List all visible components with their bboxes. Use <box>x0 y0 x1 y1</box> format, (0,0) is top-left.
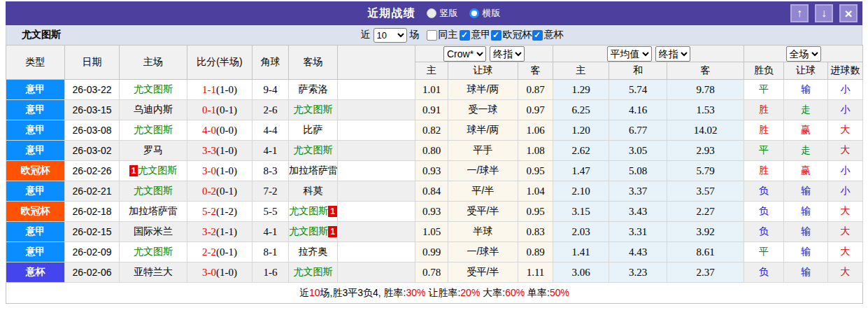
scope-select[interactable]: 全场 <box>786 46 821 62</box>
home-team: 尤文图斯 <box>120 120 187 141</box>
home-team: 国际米兰 <box>120 222 187 242</box>
summary-segment: 单率: <box>525 287 550 298</box>
odds-home: 0.82 <box>415 120 448 141</box>
results-table: 类型 日期 主场 比分(半场) 角球 客场 Crow* 终指 平均值 终指 <box>6 45 863 304</box>
checkbox-unchecked-icon[interactable] <box>427 30 437 41</box>
match-row: 意杯26-02-06亚特兰大3-0(1-0)1-6尤文图斯0.78受平/半1.1… <box>6 262 863 283</box>
corner-score: 4-1 <box>252 222 289 242</box>
avg-draw: 6.77 <box>609 120 667 141</box>
summary-segment: 大率: <box>480 287 505 298</box>
filter-unchecked[interactable]: 同主 <box>427 29 458 41</box>
odds-away: 1.04 <box>518 181 553 202</box>
away-team: 萨索洛 <box>289 80 338 100</box>
filter-checked[interactable]: ✓意甲 <box>460 29 491 41</box>
result-wdl: 负 <box>744 262 784 283</box>
filter-checked[interactable]: ✓欧冠杯 <box>491 29 532 41</box>
summary-row: 近10场,胜3平3负4, 胜率:30% 让胜率:20% 大率:60% 单率:50… <box>6 283 863 304</box>
league-badge: 意杯 <box>6 262 65 283</box>
halftime-score: (1-0) <box>216 267 237 278</box>
result-handicap: 输 <box>784 202 828 222</box>
arrow-down-icon: ↓ <box>821 8 827 19</box>
result-wdl: 胜 <box>744 100 784 120</box>
rank-badge: 1 <box>328 206 337 217</box>
rank-badge: 1 <box>129 165 138 176</box>
odds-home: 0.99 <box>415 242 448 262</box>
league-badge: 欧冠杯 <box>6 202 65 222</box>
away-team: 尤文图斯 <box>289 100 338 120</box>
avg-source-select[interactable]: 平均值 <box>607 46 652 62</box>
col-header-date: 日期 <box>65 46 120 80</box>
team-label: 亚特兰大 <box>134 266 173 277</box>
match-score: 0-1(0-1) <box>187 100 252 120</box>
avg-draw: 4.16 <box>609 100 667 120</box>
fulltime-score: 3-0 <box>202 267 216 278</box>
col-subheader: 进球数 <box>828 62 863 80</box>
odds-source-select[interactable]: Crow* <box>443 46 486 62</box>
match-score: 3-0(1-0) <box>187 262 252 283</box>
radio-icon[interactable] <box>427 8 436 18</box>
move-down-button[interactable]: ↓ <box>815 4 833 22</box>
team-label: 科莫 <box>304 185 323 196</box>
match-score: 0-2(0-1) <box>187 181 252 202</box>
match-date: 26-02-18 <box>65 202 120 222</box>
match-row: 意甲26-03-02罗马3-3(1-0)4-1尤文图斯0.80平手1.082.6… <box>6 141 863 161</box>
col-header-away: 客场 <box>289 46 338 80</box>
match-date: 26-03-02 <box>65 141 120 161</box>
result-goals: 大 <box>828 222 863 242</box>
checkbox-checked-icon[interactable]: ✓ <box>491 30 501 41</box>
odds-away: 1.08 <box>518 141 553 161</box>
filter-toolbar: 尤文图斯 近 10 场 同主✓意甲✓欧冠杯✓意杯 <box>6 25 862 45</box>
result-goals: 小 <box>828 100 863 120</box>
titlebar-center: 近期战绩 竖版 横版 <box>6 1 862 25</box>
league-badge: 欧冠杯 <box>6 161 65 181</box>
result-wdl: 负 <box>744 202 784 222</box>
result-wdl: 胜 <box>744 161 784 181</box>
match-date: 26-02-09 <box>65 242 120 262</box>
checkbox-checked-icon[interactable]: ✓ <box>460 30 470 41</box>
fulltime-score: 0-1 <box>202 104 216 115</box>
halftime-score: (1-0) <box>216 145 237 156</box>
col-subheader: 和 <box>609 62 667 80</box>
corner-score: 7-2 <box>252 181 289 202</box>
fulltime-score: 0-2 <box>202 186 216 197</box>
radio-vertical-layout[interactable]: 竖版 <box>427 7 458 20</box>
result-handicap: 输 <box>784 181 828 202</box>
result-handicap: 赢 <box>784 161 828 181</box>
odds-handicap: 球半/两 <box>448 120 518 141</box>
filter-checked[interactable]: ✓意杯 <box>532 29 564 41</box>
result-goals: 小 <box>828 80 863 100</box>
result-handicap: 输 <box>784 80 828 100</box>
close-button[interactable]: × <box>839 4 858 22</box>
recent-count-select[interactable]: 10 <box>373 28 407 43</box>
avg-ref-select[interactable]: 终指 <box>655 46 690 62</box>
rank-badge: 1 <box>328 226 337 237</box>
match-score: 3-0(1-0) <box>187 161 252 181</box>
filter-label: 欧冠杯 <box>503 29 532 41</box>
avg-home: 6.25 <box>553 100 609 120</box>
away-team: 拉齐奥 <box>289 242 338 262</box>
radio-horizontal-layout[interactable]: 横版 <box>469 7 501 20</box>
checkbox-checked-icon[interactable]: ✓ <box>532 30 543 41</box>
col-header-type: 类型 <box>6 46 65 80</box>
team-label: 尤文图斯 <box>294 144 333 155</box>
halftime-score: (1-0) <box>216 84 237 95</box>
odds-handicap: 一/球半 <box>448 242 518 262</box>
result-wdl: 平 <box>744 242 784 262</box>
home-team: 1尤文图斯 <box>120 161 187 181</box>
page-title: 近期战绩 <box>368 6 415 21</box>
league-badge: 意甲 <box>6 120 65 141</box>
odds-handicap: 受平/半 <box>448 202 518 222</box>
avg-draw: 3.43 <box>609 202 667 222</box>
match-row: 欧冠杯26-02-261尤文图斯3-0(1-0)8-3加拉塔萨雷0.93一/球半… <box>6 161 863 181</box>
odds-ref-select[interactable]: 终指 <box>490 46 525 62</box>
radio-selected-icon[interactable] <box>469 8 479 18</box>
match-score: 3-2(1-1) <box>187 222 252 242</box>
home-team: 亚特兰大 <box>120 262 187 283</box>
home-team: 罗马 <box>120 141 187 161</box>
odds-home: 1.01 <box>415 80 448 100</box>
col-subheader: 客 <box>667 62 744 80</box>
result-wdl: 胜 <box>744 120 784 141</box>
corner-score: 8-1 <box>252 242 289 262</box>
move-up-button[interactable]: ↑ <box>790 4 809 22</box>
spacer-cell <box>338 80 415 100</box>
